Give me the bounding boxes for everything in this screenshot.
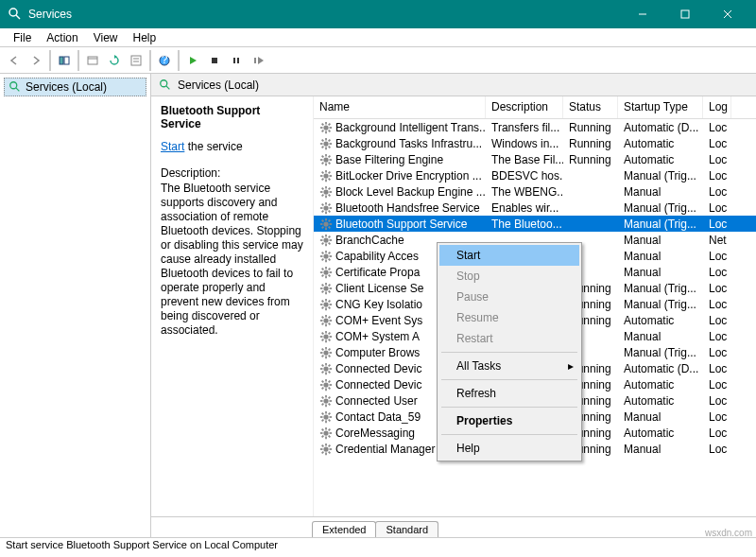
menu-view[interactable]: View (86, 29, 126, 46)
svg-line-46 (322, 155, 324, 157)
ctx-refresh[interactable]: Refresh (439, 383, 579, 404)
svg-point-122 (323, 302, 328, 306)
service-row[interactable]: Background Intelligent Trans...Transfers… (314, 119, 756, 135)
svg-line-211 (329, 444, 331, 446)
col-startup-type[interactable]: Startup Type (618, 96, 703, 118)
service-row[interactable]: Base Filtering EngineThe Base Fil...Runn… (314, 151, 756, 167)
status-bar: Start service Bluetooth Support Service … (0, 537, 756, 554)
service-name: CoreMessaging (335, 426, 415, 440)
tab-standard[interactable]: Standard (375, 521, 438, 537)
svg-line-103 (329, 252, 331, 253)
window-title: Services (28, 8, 621, 21)
col-status[interactable]: Status (563, 96, 618, 118)
svg-line-57 (322, 178, 324, 180)
menu-help[interactable]: Help (126, 29, 164, 46)
svg-line-92 (329, 242, 331, 244)
service-logon: Loc (703, 410, 731, 424)
svg-line-100 (322, 252, 324, 253)
service-startup: Manual (Trig... (618, 218, 703, 231)
svg-line-67 (329, 187, 331, 189)
service-name: Credential Manager (335, 443, 435, 456)
selected-service-name: Bluetooth Support Service (161, 104, 303, 131)
service-logon: Loc (703, 185, 731, 199)
ctx-all-tasks[interactable]: All Tasks▸ (439, 356, 579, 376)
svg-line-183 (322, 403, 324, 405)
svg-point-167 (323, 382, 328, 387)
svg-line-29 (329, 130, 331, 131)
restart-service-button[interactable] (248, 50, 268, 71)
service-row[interactable]: BitLocker Drive Encryption ...BDESVC hos… (314, 167, 756, 183)
svg-line-174 (322, 387, 324, 389)
svg-point-194 (323, 430, 328, 435)
svg-point-32 (323, 141, 328, 146)
service-icon (319, 169, 333, 183)
refresh-button[interactable] (104, 50, 125, 71)
export-list-button[interactable] (82, 50, 103, 71)
tree-node-services-local[interactable]: Services (Local) (4, 78, 146, 96)
ctx-help[interactable]: Help (439, 438, 579, 459)
menu-file[interactable]: File (6, 29, 39, 46)
service-name: Connected Devic (335, 362, 421, 375)
svg-line-118 (322, 284, 324, 286)
maximize-button[interactable] (663, 0, 706, 28)
service-status: Running (563, 137, 618, 150)
service-name: Client License Se (335, 282, 423, 295)
col-description[interactable]: Description (486, 96, 563, 118)
pause-service-button[interactable] (226, 50, 247, 71)
service-startup: Manual (618, 266, 703, 279)
show-hide-tree-button[interactable] (54, 50, 75, 71)
help-button[interactable]: ? (154, 50, 175, 71)
service-row[interactable]: Bluetooth Handsfree ServiceEnables wir..… (314, 200, 756, 216)
service-startup: Automatic (618, 137, 703, 150)
forward-button[interactable] (26, 50, 46, 71)
svg-point-185 (323, 414, 328, 419)
close-button[interactable] (706, 0, 748, 28)
svg-line-184 (329, 396, 331, 398)
svg-point-68 (323, 205, 328, 210)
service-row[interactable]: Background Tasks Infrastru...Windows in.… (314, 135, 756, 151)
svg-line-1 (16, 15, 20, 19)
service-icon (319, 218, 333, 231)
service-startup: Manual (618, 185, 703, 199)
svg-rect-16 (233, 58, 235, 63)
start-service-button[interactable] (182, 50, 203, 71)
col-name[interactable]: Name (314, 96, 486, 118)
ctx-start[interactable]: Start (439, 245, 579, 266)
svg-point-176 (323, 398, 328, 403)
menu-bar: File Action View Help (0, 28, 756, 47)
service-row[interactable]: Bluetooth Support ServiceThe Bluetoo...M… (314, 216, 756, 232)
svg-line-154 (322, 348, 324, 350)
svg-rect-10 (131, 56, 141, 65)
svg-line-56 (329, 178, 331, 180)
svg-line-130 (329, 300, 331, 302)
service-name: BranchCache (335, 234, 404, 247)
svg-line-164 (329, 371, 331, 373)
service-logon: Loc (703, 121, 731, 134)
minimize-button[interactable] (621, 0, 663, 28)
svg-line-147 (322, 339, 324, 340)
svg-line-94 (329, 235, 331, 237)
start-service-link[interactable]: Start (161, 140, 184, 153)
col-logon[interactable]: Log (703, 96, 731, 118)
svg-point-131 (323, 318, 328, 322)
menu-action[interactable]: Action (39, 29, 85, 46)
svg-line-208 (322, 444, 324, 446)
service-startup: Manual (Trig... (618, 298, 703, 311)
svg-point-113 (323, 286, 328, 290)
ctx-properties[interactable]: Properties (439, 410, 579, 431)
service-logon: Loc (703, 394, 731, 408)
service-startup: Automatic (618, 153, 703, 166)
services-app-icon (8, 7, 23, 22)
back-button[interactable] (4, 50, 25, 71)
stop-service-button[interactable] (204, 50, 225, 71)
tab-extended[interactable]: Extended (312, 521, 376, 537)
svg-rect-3 (681, 10, 689, 18)
service-logon: Loc (703, 169, 731, 183)
service-name: CNG Key Isolatio (335, 298, 422, 311)
svg-line-102 (322, 258, 324, 260)
svg-line-119 (329, 290, 331, 292)
service-icon (319, 185, 333, 199)
service-row[interactable]: Block Level Backup Engine ...The WBENG..… (314, 183, 756, 200)
properties-button[interactable] (126, 50, 146, 71)
svg-line-121 (329, 284, 331, 286)
